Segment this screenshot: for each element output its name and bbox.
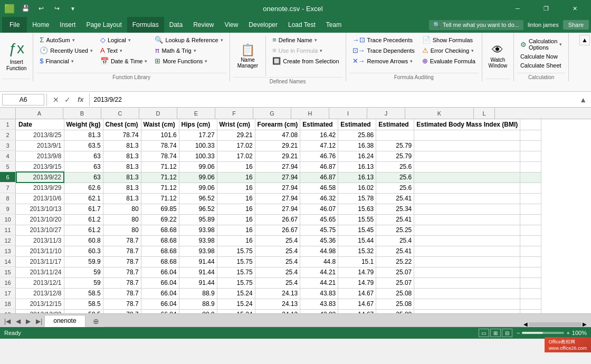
table-cell[interactable]: 25.6: [376, 172, 414, 183]
lookup-dropdown[interactable]: ▾: [221, 37, 223, 43]
row-num-15[interactable]: 15: [0, 267, 15, 277]
table-cell[interactable]: [414, 161, 520, 172]
zoom-in-btn[interactable]: +: [566, 330, 569, 336]
table-cell[interactable]: 15.45: [338, 225, 376, 235]
table-cell[interactable]: 58.5: [64, 299, 103, 309]
col-header-h[interactable]: H: [291, 108, 329, 119]
table-cell[interactable]: Hips (cm): [179, 119, 217, 130]
table-cell[interactable]: 60.8: [64, 235, 103, 246]
table-cell[interactable]: 25.34: [376, 204, 414, 214]
table-cell[interactable]: 63: [64, 161, 103, 172]
confirm-formula-btn[interactable]: ✓: [63, 95, 72, 104]
row-num-17[interactable]: 17: [0, 288, 15, 299]
row-num-16[interactable]: 16: [0, 277, 15, 288]
table-cell[interactable]: 93.98: [179, 246, 217, 256]
table-cell[interactable]: 25.6: [376, 183, 414, 193]
date-time-button[interactable]: 📅 Date & Time ▾: [97, 56, 151, 66]
table-cell[interactable]: 15.75: [217, 277, 255, 288]
table-cell[interactable]: 81.3: [103, 161, 141, 172]
logical-button[interactable]: ◇ Logical ▾: [97, 35, 151, 45]
table-cell[interactable]: 25.08: [376, 299, 414, 309]
table-cell[interactable]: 60.3: [64, 246, 103, 256]
table-cell[interactable]: 25.22: [376, 256, 414, 267]
math-trig-dropdown[interactable]: ▾: [194, 48, 196, 53]
row-num-3[interactable]: 3: [0, 140, 15, 151]
table-cell[interactable]: 2013/12/8: [16, 288, 64, 299]
table-cell[interactable]: 16: [217, 161, 255, 172]
menu-file[interactable]: File: [2, 17, 27, 33]
table-cell[interactable]: 78.74: [141, 151, 179, 161]
table-cell[interactable]: 80: [103, 204, 141, 214]
menu-insert[interactable]: Insert: [54, 17, 81, 33]
calculate-now-button[interactable]: Calculate Now: [517, 52, 565, 61]
table-cell[interactable]: 61.2: [64, 214, 103, 225]
zoom-slider[interactable]: [522, 332, 564, 334]
table-cell[interactable]: 14.67: [338, 299, 376, 309]
table-cell[interactable]: Estimated: [338, 119, 376, 130]
calculate-sheet-button[interactable]: Calculate Sheet: [517, 61, 565, 70]
table-cell[interactable]: 63: [64, 151, 103, 161]
table-cell[interactable]: 25.08: [376, 288, 414, 299]
table-cell[interactable]: 71.12: [141, 161, 179, 172]
formula-input[interactable]: [92, 94, 578, 106]
table-cell[interactable]: 29.21: [255, 140, 300, 151]
table-cell[interactable]: 16.42: [300, 130, 338, 140]
table-cell[interactable]: [520, 161, 541, 172]
recently-used-dropdown[interactable]: ▾: [90, 48, 93, 53]
table-cell[interactable]: 99.06: [179, 172, 217, 183]
table-cell[interactable]: 16.13: [338, 161, 376, 172]
table-cell[interactable]: [520, 246, 541, 256]
table-cell[interactable]: [414, 183, 520, 193]
table-cell[interactable]: Wrist (cm): [217, 119, 255, 130]
undo-qat-btn[interactable]: ↩: [34, 1, 49, 16]
redo-qat-btn[interactable]: ↪: [50, 1, 64, 16]
page-break-view-btn[interactable]: ⊟: [502, 329, 512, 337]
table-cell[interactable]: [520, 267, 541, 277]
watch-window-button[interactable]: 👁 WatchWindow: [486, 35, 509, 77]
table-cell[interactable]: 24.13: [255, 299, 300, 309]
row-num-9[interactable]: 9: [0, 204, 15, 214]
table-cell[interactable]: 45.65: [300, 214, 338, 225]
col-header-k[interactable]: K: [405, 108, 474, 119]
table-cell[interactable]: 16: [217, 172, 255, 183]
table-cell[interactable]: 69.85: [141, 204, 179, 214]
table-cell[interactable]: [520, 183, 541, 193]
table-cell[interactable]: [414, 225, 520, 235]
table-cell[interactable]: Estimated Body Mass Index (BMI): [414, 119, 520, 130]
table-cell[interactable]: [414, 235, 520, 246]
tab-first-btn[interactable]: |◀: [2, 317, 13, 326]
table-cell[interactable]: 27.94: [255, 172, 300, 183]
menu-home[interactable]: Home: [27, 17, 54, 33]
table-cell[interactable]: 78.7: [103, 288, 141, 299]
table-cell[interactable]: 25.86: [338, 130, 376, 140]
tab-next-btn[interactable]: ▶: [24, 317, 33, 326]
recently-used-button[interactable]: 🕐 Recently Used ▾: [36, 45, 96, 55]
row-num-12[interactable]: 12: [0, 235, 15, 246]
table-cell[interactable]: 27.94: [255, 193, 300, 204]
tab-prev-btn[interactable]: ◀: [14, 317, 23, 326]
table-cell[interactable]: 96.52: [179, 193, 217, 204]
table-cell[interactable]: [414, 277, 520, 288]
trace-precedents-button[interactable]: →⊡ Trace Precedents: [349, 35, 418, 45]
formula-collapse-btn[interactable]: ▲: [577, 95, 589, 104]
table-cell[interactable]: 78.7: [103, 267, 141, 277]
row-num-13[interactable]: 13: [0, 246, 15, 256]
table-cell[interactable]: 78.7: [103, 299, 141, 309]
menu-data[interactable]: Data: [164, 17, 188, 33]
tell-me-box[interactable]: 🔍 Tell me what you want to do...: [429, 20, 523, 30]
table-cell[interactable]: 78.7: [103, 277, 141, 288]
table-cell[interactable]: [414, 130, 520, 140]
col-header-l[interactable]: L: [474, 108, 495, 119]
col-header-e[interactable]: E: [177, 108, 215, 119]
table-cell[interactable]: 88.9: [179, 299, 217, 309]
table-cell[interactable]: 16.24: [338, 151, 376, 161]
date-time-dropdown[interactable]: ▾: [145, 59, 147, 64]
table-cell[interactable]: [520, 172, 541, 183]
table-cell[interactable]: 2013/9/8: [16, 151, 64, 161]
table-cell[interactable]: 25.07: [376, 267, 414, 277]
table-cell[interactable]: Forearm (cm): [255, 119, 300, 130]
table-cell[interactable]: 91.44: [179, 267, 217, 277]
table-cell[interactable]: [414, 204, 520, 214]
row-num-7[interactable]: 7: [0, 183, 15, 193]
col-header-i[interactable]: I: [329, 108, 367, 119]
